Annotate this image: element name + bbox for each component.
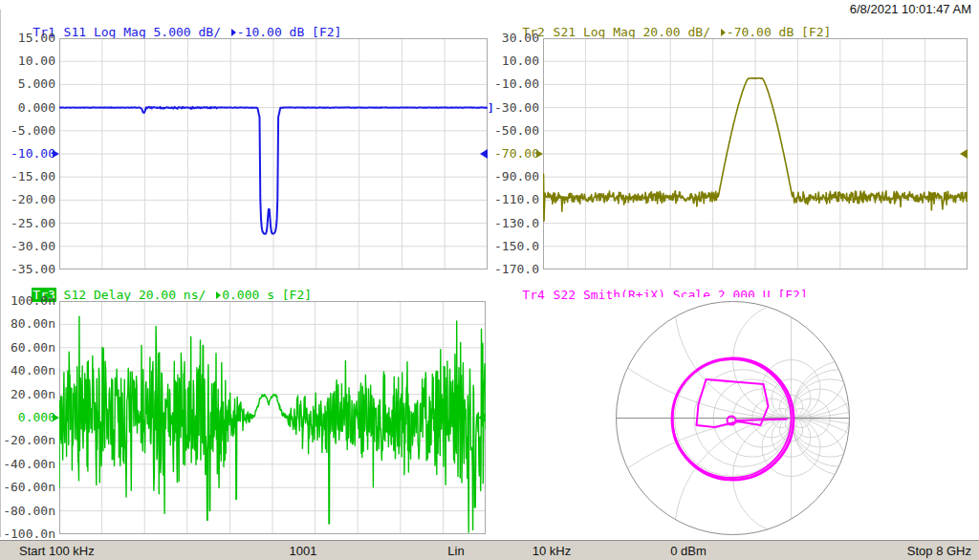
trace2-ref: -70.00 dB [F2] [727,25,832,39]
y-axis-label: 10.00 [478,54,539,68]
y-axis-label: -10.00 [0,147,55,161]
trace3-plot[interactable] [59,301,486,534]
y-axis-label: 30.00 [478,32,539,45]
y-axis-label: -20.00 [0,193,55,206]
y-axis-label: -50.00 [478,124,539,138]
ref-arrow-icon [231,29,236,36]
trace3-ref: 0.000 s [F2] [222,288,312,302]
y-axis-label: -5.000 [0,124,55,138]
y-axis-label: -15.00 [0,170,55,183]
y-axis-label: -130.0 [478,217,539,230]
y-axis-label: -30.00 [478,101,539,115]
y-axis-label: -35.00 [0,263,55,276]
y-axis-label: 0.000 [0,101,55,115]
y-axis-label: 40.00n [0,364,55,377]
status-ifbw[interactable]: 10 kHz [533,544,571,558]
status-points[interactable]: 1001 [290,544,317,558]
y-axis-label: -80.00n [0,505,55,518]
clock: 6/8/2021 10:01:47 AM [850,2,971,16]
ref-level-arrow [53,150,59,158]
y-axis-label: -70.00 [478,147,539,161]
y-axis-label: -40.00n [0,458,55,471]
y-axis-label: 100.0n [0,294,55,308]
ref-level-arrow [53,414,59,421]
status-start[interactable]: Start 100 kHz [19,544,95,558]
y-axis-label: -60.00n [0,481,55,494]
y-axis-label: -110.0 [478,193,539,206]
ref-level-arrow [960,149,968,159]
y-axis-label: -90.00 [478,170,539,183]
trace2-plot[interactable] [543,38,968,269]
vna-screen: 6/8/2021 10:01:47 AM Tr1 S11 Log Mag 5.0… [0,0,979,560]
ref-arrow-icon [216,291,221,299]
y-axis-label: -10.00 [478,77,539,91]
ref-level-arrow [536,150,543,158]
smith-chart[interactable] [612,297,857,539]
y-axis-label: 60.00n [0,341,55,355]
status-stop[interactable]: Stop 8 GHz [907,544,971,558]
y-axis-label: -30.00 [0,240,55,253]
y-axis-label: -170.0 [478,263,539,276]
ref-level-arrow [478,413,486,422]
trace1-ref: -10.00 dB [F2] [237,25,342,39]
y-axis-label: -100.0n [0,528,55,541]
trace3-format: S12 Delay 20.00 ns/ [56,288,213,302]
y-axis-label: 80.00n [0,317,55,331]
status-bar: Start 100 kHz 1001 Lin 10 kHz 0 dBm Stop… [0,540,979,560]
y-axis-label: -150.0 [478,240,539,253]
y-axis-label: 15.00 [0,32,55,45]
y-axis-label: -20.00n [0,434,55,447]
y-axis-label: 20.00n [0,388,55,401]
trace1-plot[interactable] [59,38,488,269]
trace4-label[interactable]: Tr4 [521,288,545,302]
y-axis-label: -25.00 [0,217,55,230]
trace2-format: S21 Log Mag 20.00 dB/ [546,25,718,39]
y-axis-label: 5.000 [0,77,55,91]
status-power[interactable]: 0 dBm [670,544,707,558]
y-axis-label: 10.00 [0,54,55,68]
ref-arrow-icon [721,29,726,36]
status-sweep[interactable]: Lin [447,544,464,558]
trace1-format: S11 Log Mag 5.000 dB/ [56,25,228,39]
y-axis-label: 0.000 [0,411,55,424]
